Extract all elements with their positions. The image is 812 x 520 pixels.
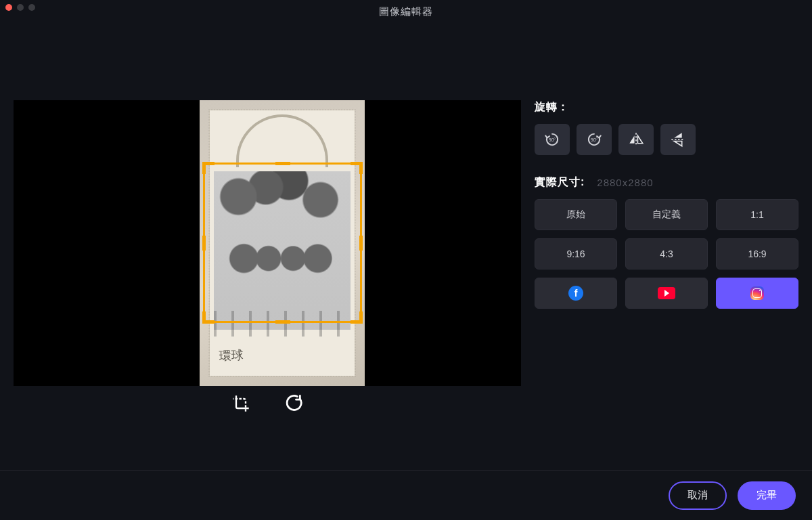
image-watermark: 環球: [219, 347, 244, 364]
crop-handle-bottom-left[interactable]: [202, 311, 215, 324]
ratio-custom-button[interactable]: 自定義: [625, 199, 708, 230]
ratio-facebook-button[interactable]: f: [535, 278, 617, 309]
ratio-16-9-button[interactable]: 16:9: [716, 238, 798, 269]
crop-handle-top-right[interactable]: [351, 162, 363, 174]
actual-size-label: 實際尺寸:: [535, 175, 585, 190]
flip-vertical-icon: [669, 131, 687, 148]
ratio-original-button[interactable]: 原始: [535, 199, 617, 230]
controls-column: 旋轉： 90° 90°: [535, 100, 798, 413]
flip-horizontal-icon: [627, 131, 645, 148]
rotate-ccw-icon: 90°: [543, 131, 561, 148]
crop-icon: [231, 394, 250, 413]
ratio-youtube-button[interactable]: [625, 278, 708, 309]
ratio-4-3-button[interactable]: 4:3: [625, 238, 708, 269]
youtube-icon: [658, 287, 675, 299]
cancel-button[interactable]: 取消: [669, 481, 727, 510]
ratio-9-16-button[interactable]: 9:16: [535, 238, 617, 269]
svg-text:90°: 90°: [591, 137, 597, 142]
reset-button[interactable]: [284, 394, 303, 413]
actual-size-value: 2880x2880: [597, 177, 653, 188]
ratio-instagram-button[interactable]: [716, 278, 798, 309]
crop-handle-top-left[interactable]: [202, 162, 215, 174]
crop-handle-top[interactable]: [275, 162, 290, 165]
rotate-cw-button[interactable]: 90°: [577, 124, 612, 155]
aspect-ratio-grid: 原始 自定義 1:1 9:16 4:3 16:9 f: [535, 199, 798, 309]
facebook-icon: f: [568, 286, 583, 301]
crop-handle-bottom[interactable]: [275, 320, 290, 324]
app-title: 圖像編輯器: [0, 5, 812, 18]
image-canvas[interactable]: 環球: [14, 100, 521, 386]
rotate-cw-icon: 90°: [585, 131, 603, 148]
crop-selection[interactable]: [203, 162, 362, 323]
rotate-ccw-button[interactable]: 90°: [535, 124, 570, 155]
footer-bar: 取消 完畢: [0, 470, 812, 520]
ratio-1-1-button[interactable]: 1:1: [716, 199, 798, 230]
flip-horizontal-button[interactable]: [618, 124, 654, 155]
instagram-icon: [750, 286, 764, 300]
preview-column: 環球: [14, 100, 521, 413]
crop-handle-left[interactable]: [202, 236, 206, 251]
crop-handle-bottom-right[interactable]: [351, 311, 363, 324]
flip-vertical-button[interactable]: [660, 124, 696, 155]
titlebar: 圖像編輯器: [0, 0, 812, 24]
crop-handle-right[interactable]: [359, 236, 363, 251]
done-button[interactable]: 完畢: [738, 481, 796, 510]
redo-icon: [284, 394, 303, 413]
rotate-section-label: 旋轉：: [535, 100, 798, 114]
crop-tool-button[interactable]: [231, 394, 250, 413]
svg-text:90°: 90°: [549, 137, 556, 142]
